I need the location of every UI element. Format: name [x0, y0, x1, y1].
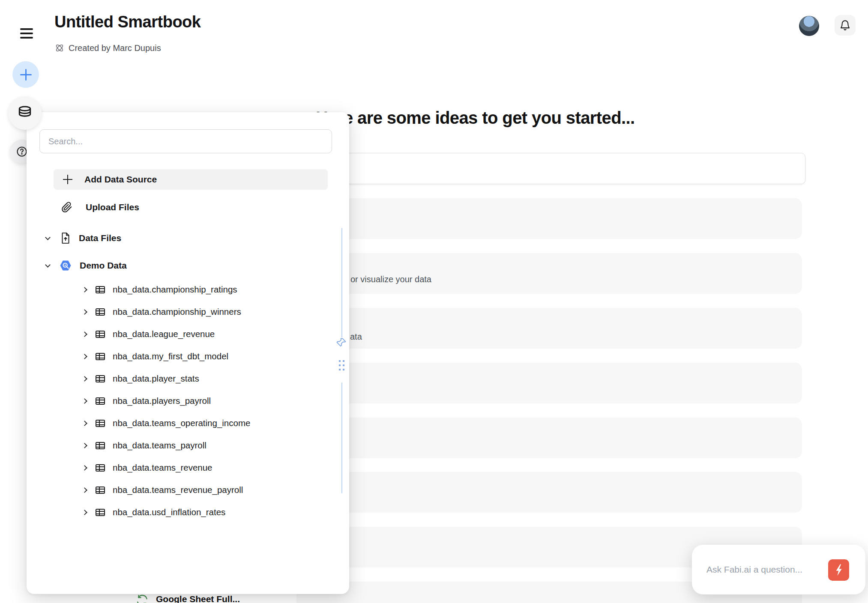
ask-fabi-widget — [692, 545, 865, 594]
lightning-icon — [832, 563, 845, 577]
chevron-right-icon[interactable] — [82, 510, 87, 515]
chevron-right-icon[interactable] — [82, 421, 87, 426]
upload-files-button[interactable]: Upload Files — [54, 197, 328, 218]
table-row[interactable]: nba_data.teams_revenue — [83, 457, 213, 479]
section-label: Data Files — [79, 233, 121, 243]
add-cell-button[interactable] — [12, 61, 39, 88]
table-label: nba_data.player_stats — [113, 373, 199, 384]
chevron-right-icon[interactable] — [82, 487, 87, 493]
table-row[interactable]: nba_data.usd_inflation_rates — [83, 501, 225, 523]
chevron-down-icon[interactable] — [45, 262, 51, 268]
atom-icon — [54, 43, 65, 53]
data-source-panel: Add Data Source Upload Files Data Files — [27, 112, 349, 594]
avatar[interactable] — [799, 16, 819, 36]
table-icon — [96, 397, 105, 405]
idea-card[interactable] — [296, 472, 802, 513]
hamburger-icon[interactable] — [20, 28, 33, 39]
database-icon — [17, 105, 33, 121]
hexagon-search-icon — [59, 259, 72, 272]
idea-card-text-fragment: or visualize your data — [350, 275, 431, 284]
table-icon — [96, 420, 105, 427]
table-label: nba_data.championship_ratings — [113, 284, 237, 295]
table-label: nba_data.championship_winners — [113, 307, 241, 317]
table-icon — [96, 375, 105, 382]
table-label: nba_data.teams_revenue — [113, 463, 213, 473]
idea-card[interactable] — [296, 198, 802, 239]
table-icon — [96, 331, 105, 338]
pin-icon[interactable] — [336, 337, 347, 348]
table-row[interactable]: nba_data.player_stats — [83, 367, 199, 390]
idea-card[interactable] — [296, 253, 802, 294]
table-icon — [96, 464, 105, 472]
table-row[interactable]: nba_data.my_first_dbt_model — [83, 345, 228, 367]
table-icon — [96, 509, 105, 516]
table-icon — [96, 442, 105, 449]
bell-icon — [839, 20, 851, 31]
data-sources-button[interactable] — [8, 96, 42, 130]
table-label: nba_data.players_payroll — [113, 396, 211, 406]
file-upload-icon — [60, 232, 71, 244]
search-input[interactable] — [39, 129, 332, 153]
help-icon — [16, 146, 28, 158]
upload-files-label: Upload Files — [86, 202, 139, 212]
chevron-right-icon[interactable] — [82, 465, 87, 471]
add-data-source-label: Add Data Source — [84, 174, 157, 185]
chevron-right-icon[interactable] — [82, 354, 87, 359]
app-root: Untitled Smartbook Created by Marc Dupui… — [0, 0, 868, 603]
table-icon — [96, 353, 105, 360]
chevron-right-icon[interactable] — [82, 376, 87, 382]
table-label: nba_data.teams_operating_income — [113, 418, 250, 428]
ideas-heading: Here are some ideas to get you started..… — [316, 108, 635, 128]
table-icon — [96, 308, 105, 316]
table-row[interactable]: nba_data.players_payroll — [83, 390, 211, 412]
chevron-right-icon[interactable] — [82, 309, 87, 315]
idea-card[interactable] — [296, 363, 802, 403]
plus-icon — [63, 175, 72, 184]
table-label: nba_data.league_revenue — [113, 329, 215, 339]
table-label: nba_data.usd_inflation_rates — [113, 507, 225, 517]
section-demo-data[interactable]: Demo Data — [46, 256, 127, 275]
ask-fabi-input[interactable] — [706, 564, 819, 575]
google-sheet-source-label: Google Sheet Full... — [156, 594, 240, 603]
idea-card-text-fragment: ata — [350, 332, 362, 342]
drag-dots-icon[interactable] — [338, 359, 345, 371]
prompt-input-box[interactable] — [296, 153, 805, 184]
panel-scroll-track[interactable] — [341, 228, 342, 337]
table-row[interactable]: nba_data.teams_payroll — [83, 434, 207, 457]
table-row[interactable]: nba_data.championship_winners — [83, 301, 241, 323]
chevron-right-icon[interactable] — [82, 331, 87, 337]
page-title: Untitled Smartbook — [54, 13, 201, 31]
created-by-row: Created by Marc Dupuis — [54, 43, 161, 53]
notifications-button[interactable] — [835, 15, 856, 36]
chevron-right-icon[interactable] — [82, 398, 87, 404]
section-label: Demo Data — [80, 260, 127, 271]
table-row[interactable]: nba_data.teams_operating_income — [83, 412, 250, 434]
created-by-text: Created by Marc Dupuis — [69, 43, 161, 53]
section-data-files[interactable]: Data Files — [46, 229, 121, 248]
chevron-right-icon[interactable] — [82, 443, 87, 448]
table-label: nba_data.teams_payroll — [113, 440, 207, 451]
paperclip-icon — [61, 202, 72, 213]
idea-card[interactable] — [296, 418, 802, 458]
table-label: nba_data.teams_revenue_payroll — [113, 485, 243, 495]
table-row[interactable]: nba_data.league_revenue — [83, 323, 215, 345]
chevron-right-icon[interactable] — [82, 287, 87, 293]
idea-card[interactable] — [296, 308, 802, 349]
panel-scroll-track[interactable] — [341, 382, 342, 493]
search-box — [39, 129, 332, 153]
table-label: nba_data.my_first_dbt_model — [113, 351, 228, 361]
sync-icon — [136, 594, 149, 603]
google-sheet-source-row[interactable]: Google Sheet Full... — [136, 594, 240, 603]
table-row[interactable]: nba_data.championship_ratings — [83, 278, 237, 301]
chevron-down-icon[interactable] — [45, 235, 51, 240]
ask-send-button[interactable] — [828, 559, 849, 581]
table-icon — [96, 487, 105, 494]
table-row[interactable]: nba_data.teams_revenue_payroll — [83, 479, 243, 501]
table-icon — [96, 286, 105, 293]
plus-icon — [20, 69, 32, 81]
add-data-source-button[interactable]: Add Data Source — [54, 169, 328, 190]
